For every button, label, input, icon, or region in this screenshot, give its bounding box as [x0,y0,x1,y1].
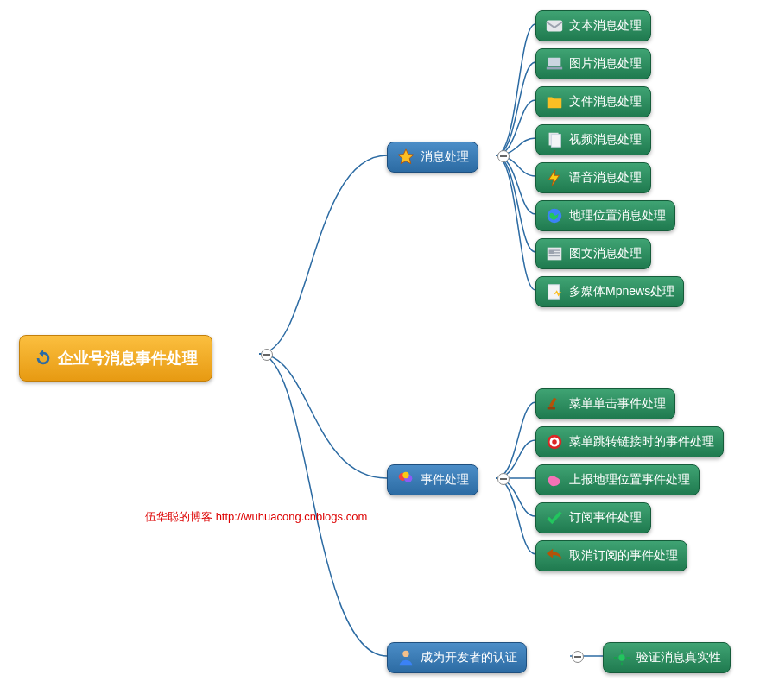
svg-rect-11 [549,249,554,254]
folder-icon [545,92,564,111]
svg-rect-23 [621,663,623,666]
leaf-node[interactable]: 菜单单击事件处理 [535,388,675,419]
leaf-label: 订阅事件处理 [569,510,642,526]
news-icon [545,244,564,263]
root-node[interactable]: 企业号消息事件处理 [19,335,212,382]
leaf-label: 图片消息处理 [569,56,642,72]
svg-rect-13 [554,252,560,253]
gear-icon [612,648,631,667]
svg-rect-6 [547,67,562,70]
leaf-label: 文本消息处理 [569,18,642,34]
leaf-label: 菜单单击事件处理 [569,396,666,412]
bolt-icon [545,168,564,187]
globe-icon [545,206,564,225]
leaf-node[interactable]: 订阅事件处理 [535,502,651,533]
leaf-node[interactable]: 视频消息处理 [535,124,651,155]
leaf-label: 图文消息处理 [569,246,642,262]
branch-label: 成为开发者的认证 [421,650,517,665]
leaf-label: 文件消息处理 [569,94,642,110]
leaf-node[interactable]: 地理位置消息处理 [535,200,675,231]
svg-rect-5 [548,58,561,66]
credit-link[interactable]: http://wuhuacong.cnblogs.com [216,510,368,523]
expand-toggle[interactable] [572,651,584,663]
svg-point-3 [402,651,408,657]
svg-rect-14 [549,255,560,256]
svg-point-2 [402,472,408,478]
leaf-node[interactable]: 图片消息处理 [535,48,651,79]
svg-point-21 [618,654,624,660]
check-icon [545,508,564,527]
document-icon [545,130,564,149]
undo-icon [545,546,564,565]
mindmap-canvas: 企业号消息事件处理 消息处理 事件处理 成为开发者的认证 文本消息处理 图片消息… [0,0,779,700]
leaf-node[interactable]: 取消订阅的事件处理 [535,540,687,571]
svg-point-20 [552,439,557,445]
leaf-label: 菜单跳转链接时的事件处理 [569,434,714,450]
target-icon [545,432,564,451]
expand-toggle[interactable] [497,473,510,485]
svg-rect-24 [614,657,618,659]
leaf-label: 验证消息真实性 [636,650,721,665]
leaf-label: 上报地理位置事件处理 [569,472,690,488]
credit-prefix: 伍华聪的博客 [145,510,216,523]
branch-node-message[interactable]: 消息处理 [387,142,478,173]
branch-node-developer[interactable]: 成为开发者的认证 [387,642,527,673]
leaf-label: 语音消息处理 [569,170,642,186]
refresh-icon [34,349,53,368]
star-icon [396,148,415,167]
root-label: 企业号消息事件处理 [58,348,198,369]
expand-toggle[interactable] [497,150,510,162]
leaf-label: 取消订阅的事件处理 [569,548,678,564]
mapblob-icon [545,470,564,489]
leaf-node[interactable]: 文件消息处理 [535,86,651,117]
svg-rect-8 [551,135,560,148]
mpnews-icon [545,282,564,301]
person-icon [396,648,415,667]
svg-rect-16 [548,407,555,410]
leaf-label: 视频消息处理 [569,132,642,148]
gavel-icon [545,394,564,413]
svg-rect-12 [554,249,560,250]
expand-toggle[interactable] [261,349,273,361]
balloons-icon [396,470,415,489]
leaf-label: 多媒体Mpnews处理 [569,284,674,300]
leaf-label: 地理位置消息处理 [569,208,666,224]
credit-text: 伍华聪的博客 http://wuhuacong.cnblogs.com [145,509,367,525]
branch-label: 消息处理 [421,149,469,165]
svg-rect-22 [621,650,623,653]
branch-node-event[interactable]: 事件处理 [387,464,478,495]
leaf-node[interactable]: 图文消息处理 [535,238,651,269]
laptop-icon [545,54,564,73]
mail-icon [545,16,564,35]
svg-rect-25 [627,657,630,659]
leaf-node[interactable]: 文本消息处理 [535,10,651,41]
branch-label: 事件处理 [421,472,469,488]
leaf-node[interactable]: 语音消息处理 [535,162,651,193]
svg-rect-17 [549,397,557,407]
leaf-node[interactable]: 验证消息真实性 [603,642,731,673]
leaf-node[interactable]: 多媒体Mpnews处理 [535,276,684,307]
leaf-node[interactable]: 上报地理位置事件处理 [535,464,700,495]
svg-rect-4 [547,21,562,32]
leaf-node[interactable]: 菜单跳转链接时的事件处理 [535,426,724,457]
